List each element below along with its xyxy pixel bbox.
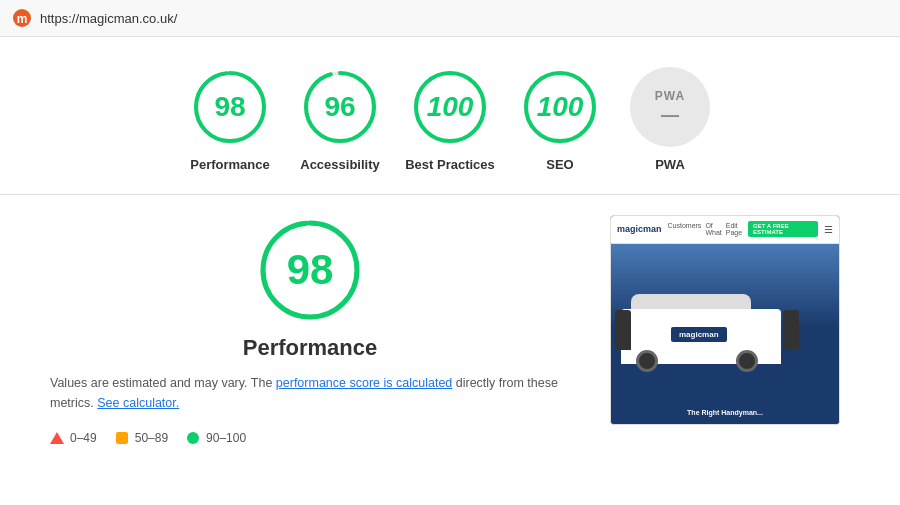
van-wheel-left — [636, 350, 658, 372]
seo-label: SEO — [546, 157, 573, 174]
score-item-performance: 98 Performance — [180, 67, 280, 174]
pass-range: 90–100 — [206, 431, 246, 445]
sim-logo: magicman — [617, 224, 662, 234]
calculator-link[interactable]: See calculator. — [97, 396, 179, 410]
performance-score: 98 — [214, 91, 245, 123]
website-screenshot: magicman Customers Of What Edit Page GET… — [610, 215, 840, 425]
accessibility-score: 96 — [324, 91, 355, 123]
average-range: 50–89 — [135, 431, 168, 445]
person-right — [783, 310, 799, 350]
performance-label: Performance — [190, 157, 269, 174]
best-practices-circle: 100 — [410, 67, 490, 147]
fail-icon — [50, 431, 64, 445]
right-panel: magicman Customers Of What Edit Page GET… — [610, 215, 850, 445]
pass-icon — [186, 431, 200, 445]
accessibility-label: Accessibility — [300, 157, 380, 174]
detail-section: 98 Performance Values are estimated and … — [0, 195, 900, 465]
score-item-pwa: PWA — PWA — [620, 67, 720, 174]
description-start: Values are estimated and may vary. The — [50, 376, 276, 390]
big-score-circle: 98 — [255, 215, 365, 325]
legend: 0–49 50–89 90–100 — [50, 431, 246, 445]
site-favicon: m — [12, 8, 32, 28]
performance-circle: 98 — [190, 67, 270, 147]
pwa-label: PWA — [655, 157, 685, 174]
van-brand-logo: magicman — [671, 327, 727, 342]
sim-nav: Customers Of What Edit Page — [668, 222, 743, 236]
best-practices-label: Best Practices — [405, 157, 495, 174]
sim-van: magicman — [611, 244, 839, 384]
sim-header: magicman Customers Of What Edit Page GET… — [611, 216, 839, 244]
sim-hero-text: The Right Handyman... — [611, 409, 839, 416]
big-performance-score: 98 — [287, 246, 334, 294]
score-item-accessibility: 96 Accessibility — [290, 67, 390, 174]
description-text: Values are estimated and may vary. The p… — [50, 373, 570, 413]
top-scores-section: 98 Performance 96 Accessibility 100 — [0, 37, 900, 195]
legend-average: 50–89 — [115, 431, 168, 445]
best-practices-score: 100 — [427, 91, 474, 123]
van-wheel-right — [736, 350, 758, 372]
legend-pass: 90–100 — [186, 431, 246, 445]
green-circle — [187, 432, 199, 444]
performance-score-link[interactable]: performance score is calculated — [276, 376, 452, 390]
score-item-best-practices: 100 Best Practices — [400, 67, 500, 174]
sim-hamburger-icon: ☰ — [824, 224, 833, 235]
red-triangle — [50, 432, 64, 444]
sim-hero: magicman The Right Handyman... — [611, 244, 839, 425]
seo-circle: 100 — [520, 67, 600, 147]
left-panel: 98 Performance Values are estimated and … — [50, 215, 570, 445]
sim-cta-button: GET A FREE ESTIMATE — [748, 221, 818, 237]
accessibility-circle: 96 — [300, 67, 380, 147]
orange-square — [116, 432, 128, 444]
fail-range: 0–49 — [70, 431, 97, 445]
person-left — [615, 310, 631, 350]
average-icon — [115, 431, 129, 445]
pwa-dash: — — [661, 105, 679, 126]
legend-fail: 0–49 — [50, 431, 97, 445]
svg-text:m: m — [17, 12, 28, 26]
score-item-seo: 100 SEO — [510, 67, 610, 174]
big-score-wrapper: 98 — [50, 215, 570, 325]
url-text: https://magicman.co.uk/ — [40, 11, 177, 26]
seo-score: 100 — [537, 91, 584, 123]
address-bar: m https://magicman.co.uk/ — [0, 0, 900, 37]
pwa-circle: PWA — — [630, 67, 710, 147]
pwa-label-inner: PWA — [655, 89, 685, 103]
section-title: Performance — [50, 335, 570, 361]
